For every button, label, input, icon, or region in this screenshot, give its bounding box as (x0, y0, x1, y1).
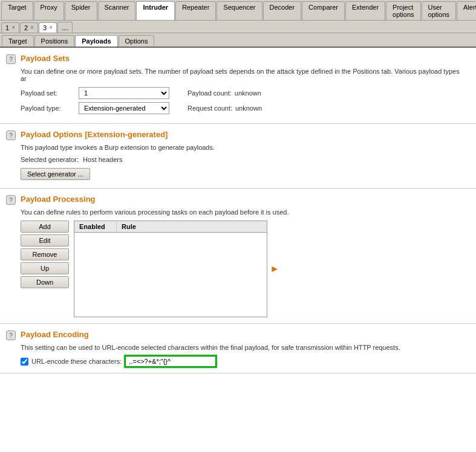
encoding-row: URL-encode these characters: (6, 356, 467, 367)
close-tab-1-icon[interactable]: × (11, 24, 15, 31)
tab-spider[interactable]: Spider (65, 1, 97, 20)
processing-table-container: Enabled Rule ► (74, 221, 267, 317)
processing-table: Enabled Rule (74, 221, 267, 317)
numbered-tab-bar: 1 × 2 × 3 × ... (0, 21, 476, 33)
payload-sets-help-icon[interactable]: ? (6, 54, 16, 64)
payload-options-section: ? Payload Options [Extension-generated] … (0, 124, 476, 189)
payload-options-header: ? Payload Options [Extension-generated] (6, 130, 467, 140)
payload-options-help-icon[interactable]: ? (6, 131, 16, 140)
payload-processing-title: Payload Processing (21, 195, 96, 204)
sub-tab-options[interactable]: Options (119, 35, 155, 47)
request-count-label: Request count: (187, 105, 232, 112)
request-count-value: unknown (235, 105, 262, 112)
edit-rule-button[interactable]: Edit (21, 234, 69, 247)
num-tab-3[interactable]: 3 × (39, 22, 57, 33)
close-tab-2-icon[interactable]: × (30, 24, 34, 31)
payload-encoding-title: Payload Encoding (21, 330, 89, 339)
payload-encoding-section: ? Payload Encoding This setting can be u… (0, 324, 476, 373)
tab-extender[interactable]: Extender (345, 1, 385, 20)
payload-encoding-description: This setting can be used to URL-encode s… (6, 344, 467, 351)
tab-repeater[interactable]: Repeater (175, 1, 216, 20)
sub-tab-bar: Target Positions Payloads Options (0, 33, 476, 48)
payload-count-label: Payload count: (187, 89, 232, 97)
payload-processing-description: You can define rules to perform various … (6, 208, 467, 216)
tab-project-options[interactable]: Project options (386, 1, 420, 20)
tab-proxy[interactable]: Proxy (34, 1, 64, 20)
processing-table-area: Add Edit Remove Up Down Enabled Rule ► (6, 221, 467, 317)
num-tab-more[interactable]: ... (57, 22, 73, 33)
sub-tab-payloads[interactable]: Payloads (75, 35, 117, 47)
url-encode-label-text: URL-encode these characters: (31, 358, 122, 365)
add-rule-button[interactable]: Add (21, 221, 69, 233)
payload-count-value: unknown (235, 89, 261, 97)
remove-rule-button[interactable]: Remove (21, 248, 69, 260)
tab-intruder[interactable]: Intruder (136, 1, 175, 20)
tab-alerts[interactable]: Alerts (457, 1, 476, 20)
col-enabled: Enabled (74, 221, 117, 232)
payload-set-row: Payload set: 1 2 3 Payload count: unknow… (6, 87, 467, 99)
select-generator-button[interactable]: Select generator ... (21, 168, 90, 180)
payload-type-label: Payload type: (21, 105, 75, 112)
selected-generator-row: Selected generator: Host headers (6, 156, 467, 163)
down-rule-button[interactable]: Down (21, 276, 69, 288)
arrow-indicator: ► (270, 263, 279, 274)
selected-generator-value: Host headers (83, 156, 122, 163)
select-generator-row: Select generator ... (6, 168, 467, 182)
selected-generator-label: Selected generator: (21, 156, 79, 163)
payload-type-row: Payload type: Extension-generated Simple… (6, 102, 467, 114)
processing-table-header: Enabled Rule (74, 221, 267, 233)
col-rule: Rule (117, 221, 267, 232)
payload-options-title: Payload Options [Extension-generated] (21, 130, 168, 139)
url-encode-checkbox[interactable] (21, 358, 28, 366)
processing-btn-col: Add Edit Remove Up Down (21, 221, 69, 317)
num-tab-1[interactable]: 1 × (1, 22, 19, 33)
tab-user-options[interactable]: User options (422, 1, 456, 20)
close-tab-3-icon[interactable]: × (49, 24, 53, 31)
payload-type-select[interactable]: Extension-generated Simple list Runtime … (79, 102, 169, 114)
payload-sets-title: Payload Sets (21, 54, 70, 63)
top-tab-bar: Target Proxy Spider Scanner Intruder Rep… (0, 0, 476, 21)
payload-encoding-help-icon[interactable]: ? (6, 331, 16, 340)
payload-set-label: Payload set: (21, 89, 75, 97)
tab-comparer[interactable]: Comparer (302, 1, 345, 20)
url-encode-label[interactable]: URL-encode these characters: (21, 358, 122, 366)
up-rule-button[interactable]: Up (21, 262, 69, 274)
tab-scanner[interactable]: Scanner (98, 1, 136, 20)
sub-tab-positions[interactable]: Positions (34, 35, 75, 47)
arrow-right-icon: ► (270, 263, 279, 274)
payload-sets-header: ? Payload Sets (6, 54, 467, 64)
tab-sequencer[interactable]: Sequencer (217, 1, 262, 20)
payload-processing-header: ? Payload Processing (6, 195, 467, 205)
url-chars-input[interactable] (125, 356, 216, 367)
payload-set-select[interactable]: 1 2 3 (79, 87, 169, 99)
processing-table-body (74, 233, 267, 311)
sub-tab-target[interactable]: Target (2, 35, 34, 47)
payload-encoding-header: ? Payload Encoding (6, 330, 467, 340)
payload-sets-description: You can define one or more payload sets.… (6, 68, 467, 82)
payload-processing-help-icon[interactable]: ? (6, 195, 16, 205)
payload-sets-section: ? Payload Sets You can define one or mor… (0, 48, 476, 124)
num-tab-2[interactable]: 2 × (20, 22, 38, 33)
payload-processing-section: ? Payload Processing You can define rule… (0, 189, 476, 324)
payload-options-description: This payload type invokes a Burp extensi… (6, 144, 467, 151)
tab-decoder[interactable]: Decoder (263, 1, 302, 20)
main-content: ? Payload Sets You can define one or mor… (0, 48, 476, 452)
tab-target[interactable]: Target (1, 1, 33, 20)
